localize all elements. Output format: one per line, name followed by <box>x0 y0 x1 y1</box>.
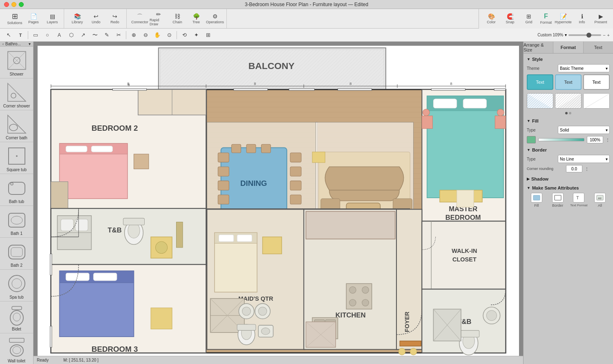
tab-text[interactable]: Text <box>584 42 613 53</box>
sidebar-item-corner-shower[interactable]: Corner shower <box>0 78 33 110</box>
svg-rect-43 <box>51 182 68 209</box>
fill-section: ▼ Fill Type Solid ▾ 100% ⋮ <box>527 118 610 143</box>
sidebar-item-bath-2[interactable]: Bath 2 <box>0 238 33 270</box>
svg-rect-109 <box>237 235 252 242</box>
fill-color-swatch[interactable] <box>527 136 536 143</box>
curve-tool[interactable]: 〜 <box>89 30 100 40</box>
zoom-dropdown-icon[interactable]: ▾ <box>565 33 567 37</box>
make-same-grid: Fill Border T Text Format <box>527 193 610 208</box>
sidebar-category-dropdown[interactable]: Bathro... ▾ <box>5 42 31 46</box>
connector-button[interactable]: ⌒ Connector <box>131 11 149 27</box>
select-tool[interactable]: ↖ <box>3 30 14 40</box>
svg-point-18 <box>12 279 22 288</box>
tab-format[interactable]: Format <box>553 42 583 53</box>
zoom-slider[interactable] <box>568 34 601 36</box>
minimize-button[interactable] <box>11 2 16 7</box>
shadow-expand-icon[interactable]: ▶ <box>527 177 530 181</box>
dot-2[interactable] <box>569 112 571 114</box>
canvas-area[interactable]: BALCONY BEDROOM 2 <box>34 42 523 364</box>
close-button[interactable] <box>4 2 9 7</box>
fill-opacity-value[interactable]: 100% <box>587 136 603 143</box>
sub-style-2[interactable] <box>555 93 582 109</box>
format-button[interactable]: F Format <box>539 11 553 27</box>
snap-button[interactable]: 🧲 Snap <box>501 11 519 27</box>
present-button[interactable]: ▶ Present <box>592 11 610 27</box>
maximize-button[interactable] <box>19 2 24 7</box>
undo-button[interactable]: ↩ Undo <box>87 11 105 27</box>
attr-border[interactable]: Border <box>548 193 568 208</box>
make-same-collapse-icon[interactable]: ▼ <box>527 186 530 190</box>
fill-opacity-stepper[interactable]: ⋮ <box>606 138 610 142</box>
sidebar-item-wall-toilet[interactable]: Wall toilet <box>0 333 33 364</box>
sidebar-item-bath-1[interactable]: Bath 1 <box>0 206 33 238</box>
line-tool[interactable]: ↗ <box>78 30 88 40</box>
text2-tool[interactable]: A <box>54 30 65 40</box>
border-type-row: Type No Line ▾ <box>527 155 610 163</box>
sidebar-left: ‹ Bathro... ▾ Shower <box>0 42 34 364</box>
redo-button[interactable]: ↪ Redo <box>106 11 124 27</box>
hand-tool[interactable]: ✋ <box>152 30 163 40</box>
grid2-tool[interactable]: ⊞ <box>203 30 213 40</box>
rect-tool[interactable]: ▭ <box>30 30 41 40</box>
fill-type-select[interactable]: Solid ▾ <box>558 126 610 134</box>
corner-rounding-row: Corner rounding 0.0 ⋮ <box>527 165 610 172</box>
sub-style-3[interactable] <box>583 93 610 109</box>
zoom-fit-tool[interactable]: ⊕ <box>128 30 139 40</box>
sidebar-item-spa-tub[interactable]: Spa tub <box>0 270 33 301</box>
attr-fill[interactable]: Fill <box>527 193 546 208</box>
zoom-thumb[interactable] <box>586 33 591 38</box>
border-type-select[interactable]: No Line ▾ <box>558 155 610 163</box>
svg-text:BEDROOM 3: BEDROOM 3 <box>92 345 138 353</box>
color-button[interactable]: 🎨 Color <box>482 11 500 27</box>
theme-select[interactable]: Basic Theme ▾ <box>558 64 610 72</box>
cut-tool[interactable]: ✂ <box>113 30 124 40</box>
style-collapse-icon[interactable]: ▼ <box>527 57 530 61</box>
ellipse-tool[interactable]: ○ <box>42 30 53 40</box>
operations-button[interactable]: ⚙ Operations <box>206 11 224 27</box>
pages-button[interactable]: 📄 Pages <box>25 11 43 27</box>
zoom-min-icon: − <box>603 33 605 38</box>
library-button[interactable]: 📚 Library <box>68 11 86 27</box>
tree-button[interactable]: 🌳 Tree <box>187 11 205 27</box>
zoom-region-tool[interactable]: ⊖ <box>140 30 151 40</box>
text-style-teal[interactable]: Text <box>527 74 553 90</box>
attr-text-format[interactable]: T Text Format <box>569 193 589 208</box>
text-style-outline[interactable]: Text <box>583 74 610 90</box>
hypernote-button[interactable]: 📝 Hypernote <box>554 11 572 27</box>
attr-all[interactable]: All All <box>590 193 610 208</box>
sidebar-item-square-tub[interactable]: Square tub <box>0 142 33 174</box>
star-tool[interactable]: ✦ <box>191 30 201 40</box>
text-style-light-blue[interactable]: Text <box>555 74 582 90</box>
more-tool[interactable]: ⟲ <box>179 30 190 40</box>
chain-button[interactable]: ⛓ Chain <box>168 11 186 27</box>
style-label: Style <box>532 57 543 62</box>
tab-arrange-size[interactable]: Arrange & Size <box>524 42 553 53</box>
layers-button[interactable]: ▤ Layers <box>43 11 61 27</box>
sub-style-1[interactable] <box>527 93 553 109</box>
grid-button[interactable]: ⊞ Grid <box>520 11 538 27</box>
sidebar-item-corner-bath[interactable]: Corner bath <box>0 110 33 142</box>
bath-tub-icon <box>6 177 27 199</box>
border-collapse-icon[interactable]: ▼ <box>527 148 530 152</box>
corner-rounding-input[interactable]: 0.0 <box>566 165 582 172</box>
svg-text:CLOSET: CLOSET <box>452 256 477 263</box>
polygon-tool[interactable]: ⬡ <box>66 30 76 40</box>
fill-color-row: 100% ⋮ <box>527 136 610 143</box>
floor-plan-canvas[interactable]: BALCONY BEDROOM 2 <box>38 46 519 356</box>
sidebar-back-icon[interactable]: ‹ <box>2 42 4 46</box>
attr-text-icon: T <box>573 193 584 203</box>
fill-opacity-slider[interactable] <box>538 138 584 141</box>
pen-tool[interactable]: ✎ <box>101 30 112 40</box>
svg-point-14 <box>11 216 22 224</box>
solutions-button[interactable]: ⊞ Solutions <box>6 11 24 27</box>
dot-1[interactable] <box>565 112 568 114</box>
sidebar-item-shower[interactable]: Shower <box>0 47 33 78</box>
sidebar-item-bidet[interactable]: Bidet <box>0 301 33 333</box>
text-tool[interactable]: T <box>15 30 26 40</box>
rapid-draw-button[interactable]: ✏ Rapid Draw <box>150 11 168 27</box>
info-button[interactable]: ℹ Info <box>573 11 591 27</box>
fill-collapse-icon[interactable]: ▼ <box>527 119 530 123</box>
sidebar-item-bath-tub[interactable]: Bath tub <box>0 174 33 206</box>
corner-rounding-stepper[interactable]: ⋮ <box>585 167 589 171</box>
point-tool[interactable]: ⊙ <box>164 30 175 40</box>
